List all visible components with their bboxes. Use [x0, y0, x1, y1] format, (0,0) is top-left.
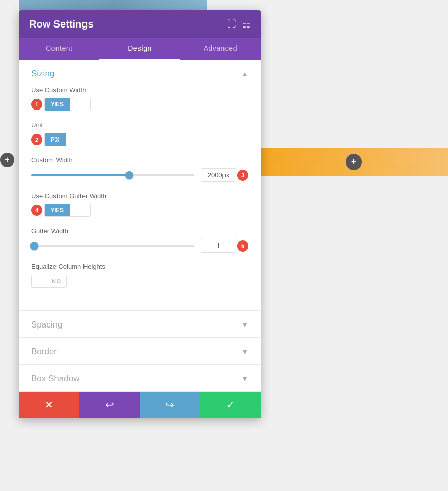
unit-toggle: 2 PX: [31, 133, 248, 146]
equalize-heights-toggle[interactable]: NO: [31, 275, 67, 288]
unit-badge: 2: [31, 134, 42, 145]
unit-label: Unit: [31, 121, 248, 129]
panel-header: Row Settings ⛶ ⚏: [19, 10, 261, 38]
custom-width-badge: 3: [237, 170, 248, 181]
panel-body: Sizing ▲ Use Custom Width 1 YES: [19, 60, 261, 392]
gutter-width-slider-row: 1 5: [31, 239, 248, 253]
gutter-width-field: Gutter Width 1 5: [31, 227, 248, 253]
sizing-section-body: Use Custom Width 1 YES Unit 2: [19, 86, 261, 310]
panel-title: Row Settings: [29, 18, 94, 30]
use-custom-gutter-label: Use Custom Gutter Width: [31, 192, 248, 200]
gutter-width-label: Gutter Width: [31, 227, 248, 235]
tab-advanced[interactable]: Advanced: [180, 38, 261, 60]
spacing-section-title: Spacing: [31, 320, 62, 330]
box-shadow-section: Box Shadow ▼: [19, 365, 261, 392]
spacing-section: Spacing ▼: [19, 311, 261, 338]
equalize-heights-field: Equalize Column Heights NO: [31, 263, 248, 288]
use-custom-gutter-off[interactable]: [70, 204, 90, 216]
tab-content[interactable]: Content: [19, 38, 99, 60]
gutter-width-slider-track[interactable]: [31, 245, 194, 247]
use-custom-width-off[interactable]: [70, 98, 90, 111]
spacing-chevron-icon: ▼: [241, 321, 248, 329]
use-custom-width-badge: 1: [31, 99, 42, 110]
equalize-heights-label: Equalize Column Heights: [31, 263, 248, 270]
use-custom-width-field: Use Custom Width 1 YES: [31, 86, 248, 111]
border-section: Border ▼: [19, 338, 261, 365]
custom-width-slider-track[interactable]: [31, 174, 194, 176]
sizing-chevron-icon: ▲: [241, 70, 248, 78]
use-custom-gutter-yes[interactable]: YES: [45, 204, 70, 216]
box-shadow-chevron-icon: ▼: [241, 375, 248, 383]
row-settings-panel: Row Settings ⛶ ⚏ Content Design Advanced…: [19, 10, 261, 418]
custom-width-value-input[interactable]: 2000px: [201, 168, 236, 182]
box-shadow-section-title: Box Shadow: [31, 374, 79, 384]
grid-icon[interactable]: ⚏: [242, 19, 250, 30]
use-custom-gutter-toggle-btn[interactable]: YES: [44, 204, 91, 217]
tab-design[interactable]: Design: [99, 38, 180, 60]
top-banner: [19, 0, 207, 10]
canvas-add-button[interactable]: +: [0, 153, 14, 167]
sizing-section: Sizing ▲ Use Custom Width 1 YES: [19, 60, 261, 311]
custom-width-slider-row: 2000px 3: [31, 168, 248, 182]
use-custom-width-toggle-btn[interactable]: YES: [44, 98, 91, 111]
custom-width-slider-thumb[interactable]: [125, 171, 133, 179]
unit-px[interactable]: PX: [45, 133, 66, 146]
use-custom-gutter-badge: 4: [31, 205, 42, 216]
redo-button[interactable]: ↪: [140, 392, 201, 418]
orange-row-add-button[interactable]: +: [346, 154, 362, 170]
use-custom-width-toggle: 1 YES: [31, 98, 248, 111]
unit-toggle-btn[interactable]: PX: [44, 133, 86, 146]
custom-width-label: Custom Width: [31, 156, 248, 164]
panel-header-icons: ⛶ ⚏: [227, 19, 250, 30]
fullscreen-icon[interactable]: ⛶: [227, 19, 236, 30]
use-custom-gutter-field: Use Custom Gutter Width 4 YES: [31, 192, 248, 217]
spacing-section-header[interactable]: Spacing ▼: [19, 311, 261, 337]
gutter-width-input-group: 1 5: [201, 239, 248, 253]
cancel-button[interactable]: ✕: [19, 392, 79, 418]
panel-footer: ✕ ↩ ↪ ✓: [19, 392, 261, 418]
unit-off[interactable]: [66, 133, 86, 146]
tab-bar: Content Design Advanced: [19, 38, 261, 60]
use-custom-width-label: Use Custom Width: [31, 86, 248, 94]
gutter-width-value-input[interactable]: 1: [201, 239, 236, 253]
gutter-width-badge: 5: [237, 240, 248, 252]
custom-width-field: Custom Width 2000px 3: [31, 156, 248, 182]
custom-width-slider-fill: [31, 174, 129, 176]
equalize-heights-no-label[interactable]: NO: [47, 276, 66, 286]
use-custom-width-yes[interactable]: YES: [45, 98, 70, 111]
equalize-heights-off-side: [32, 275, 47, 287]
border-section-title: Border: [31, 347, 57, 357]
save-button[interactable]: ✓: [200, 392, 261, 418]
sizing-section-title: Sizing: [31, 69, 54, 79]
border-chevron-icon: ▼: [241, 348, 248, 356]
unit-field: Unit 2 PX: [31, 121, 248, 146]
border-section-header[interactable]: Border ▼: [19, 338, 261, 364]
gutter-width-slider-thumb[interactable]: [30, 242, 38, 250]
undo-button[interactable]: ↩: [79, 392, 140, 418]
sizing-section-header[interactable]: Sizing ▲: [19, 60, 261, 86]
custom-width-input-group: 2000px 3: [201, 168, 248, 182]
use-custom-gutter-toggle: 4 YES: [31, 204, 248, 217]
box-shadow-section-header[interactable]: Box Shadow ▼: [19, 365, 261, 391]
orange-row: +: [260, 148, 448, 176]
